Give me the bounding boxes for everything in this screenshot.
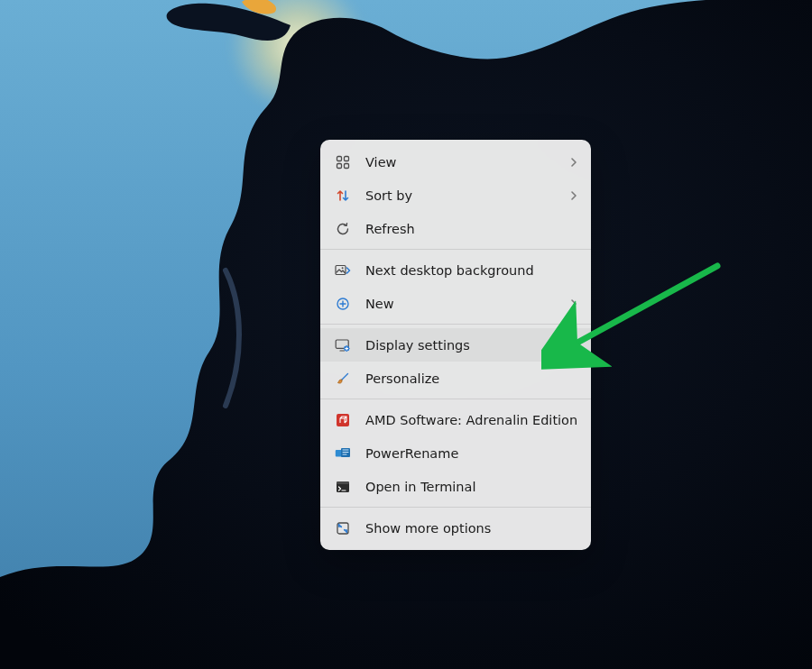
svg-rect-2 — [337, 163, 342, 168]
menu-label: New — [365, 297, 569, 311]
desktop-context-menu: View Sort by Refresh — [320, 140, 591, 550]
menu-label: Show more options — [365, 521, 578, 536]
menu-item-view[interactable]: View — [320, 145, 591, 179]
menu-item-sort-by[interactable]: Sort by — [320, 179, 591, 212]
menu-label: AMD Software: Adrenalin Edition — [365, 413, 578, 427]
menu-item-open-in-terminal[interactable]: Open in Terminal — [320, 470, 591, 503]
chevron-right-icon — [569, 157, 578, 168]
menu-separator — [320, 249, 591, 250]
menu-label: PowerRename — [365, 446, 578, 461]
sort-icon — [333, 187, 353, 205]
svg-rect-9 — [337, 414, 349, 426]
menu-label: View — [365, 155, 569, 170]
menu-item-show-more-options[interactable]: Show more options — [320, 511, 591, 545]
show-more-icon — [333, 519, 353, 537]
menu-item-personalize[interactable]: Personalize — [320, 362, 591, 395]
next-background-icon — [333, 261, 353, 280]
sunlight-glow — [217, 0, 379, 126]
menu-separator — [320, 507, 591, 508]
svg-rect-3 — [345, 163, 349, 168]
menu-item-refresh[interactable]: Refresh — [320, 212, 591, 245]
menu-label: Display settings — [365, 338, 578, 353]
powerrename-icon — [333, 444, 353, 463]
chevron-right-icon — [569, 298, 578, 309]
terminal-icon — [333, 478, 353, 496]
menu-label: Next desktop background — [365, 263, 578, 278]
menu-label: Personalize — [365, 371, 578, 386]
menu-separator — [320, 399, 591, 399]
svg-point-5 — [342, 267, 344, 269]
menu-item-display-settings[interactable]: Display settings — [320, 328, 591, 362]
chevron-right-icon — [569, 190, 578, 201]
svg-line-15 — [577, 266, 717, 343]
menu-item-new[interactable]: New — [320, 287, 591, 320]
svg-rect-0 — [337, 156, 342, 160]
svg-rect-13 — [337, 481, 349, 484]
brush-icon — [333, 370, 353, 388]
refresh-icon — [333, 220, 353, 238]
grid-icon — [333, 153, 353, 171]
menu-label: Refresh — [365, 222, 578, 236]
plus-circle-icon — [333, 295, 353, 313]
amd-icon — [333, 411, 353, 429]
menu-item-next-desktop-background[interactable]: Next desktop background — [320, 253, 591, 287]
menu-label: Open in Terminal — [365, 480, 578, 494]
menu-item-powerrename[interactable]: PowerRename — [320, 436, 591, 470]
svg-rect-4 — [336, 265, 346, 274]
menu-separator — [320, 324, 591, 325]
menu-label: Sort by — [365, 188, 569, 203]
svg-rect-1 — [345, 156, 349, 160]
display-icon — [333, 336, 353, 354]
menu-item-amd-software[interactable]: AMD Software: Adrenalin Edition — [320, 403, 591, 436]
